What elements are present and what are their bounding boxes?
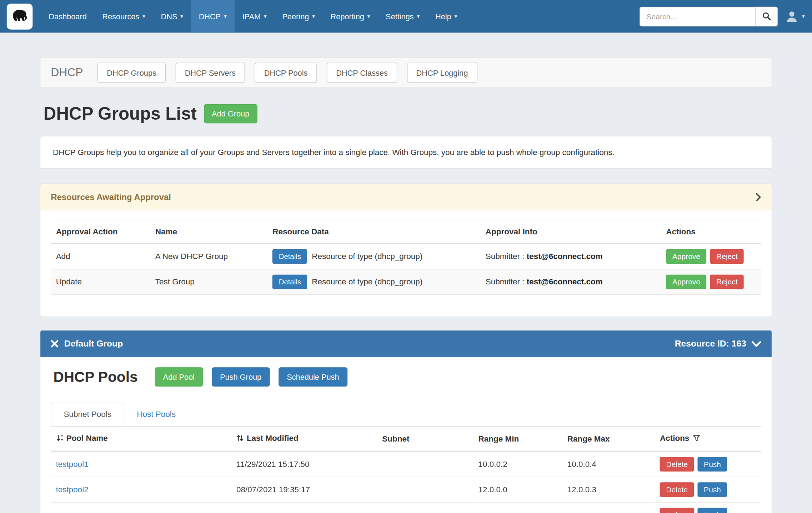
push-group-button[interactable]: Push Group [212, 367, 270, 387]
default-group-panel: Default Group Resource ID: 163 DHCP Pool… [40, 330, 772, 513]
subnav-button-dhcp-logging[interactable]: DHCP Logging [407, 63, 477, 83]
approval-action-cell: Update [51, 269, 150, 294]
main-nav: Dashboard Resources▾ DNS▾ DHCP▾ IPAM▾ Pe… [41, 0, 465, 33]
schedule-push-button[interactable]: Schedule Push [279, 367, 347, 387]
user-menu[interactable]: ▾ [785, 10, 805, 23]
approval-info-cell: Submitter : test@6connect.com [480, 244, 661, 269]
chevron-down-icon: ▾ [264, 13, 267, 20]
nav-label: IPAM [242, 12, 261, 21]
pools-tabs: Subnet Pools Host Pools [51, 403, 761, 427]
chevron-down-icon: ▾ [180, 13, 183, 20]
subnav-section-label: DHCP [51, 66, 83, 79]
push-button[interactable]: Push [698, 482, 727, 497]
nav-label: DNS [161, 12, 177, 21]
chevron-down-icon: ▾ [142, 13, 145, 20]
group-panel-header: Default Group Resource ID: 163 [40, 330, 772, 357]
approval-info-cell: Submitter : test@6connect.com [480, 269, 661, 294]
delete-button[interactable]: Delete [660, 508, 694, 513]
pools-table: Pool Name Last [51, 427, 761, 513]
page-root: Dashboard Resources▾ DNS▾ DHCP▾ IPAM▾ Pe… [0, 0, 812, 513]
nav-item-dns[interactable]: DNS▾ [153, 0, 191, 33]
table-row: Add A New DHCP Group DetailsResource of … [51, 244, 761, 269]
col-header-approval-action: Approval Action [51, 220, 150, 244]
nav-item-dhcp[interactable]: DHCP▾ [191, 0, 235, 33]
tab-subnet-pools[interactable]: Subnet Pools [51, 403, 124, 427]
subnav-button-dhcp-pools[interactable]: DHCP Pools [255, 63, 317, 83]
add-pool-button[interactable]: Add Pool [155, 367, 203, 387]
pool-name-link[interactable]: testpool2 [56, 485, 89, 494]
chevron-down-icon: ▾ [224, 13, 227, 20]
push-button[interactable]: Push [698, 508, 727, 513]
search-input[interactable] [640, 6, 755, 26]
col-header-range-max[interactable]: Range Max [562, 427, 655, 451]
delete-button[interactable]: Delete [660, 457, 694, 472]
chevron-down-icon: ▾ [312, 13, 315, 20]
col-header-range-min[interactable]: Range Min [473, 427, 562, 451]
subnet-cell [377, 502, 473, 513]
details-button[interactable]: Details [272, 249, 307, 264]
delete-button[interactable]: Delete [660, 482, 694, 497]
chevron-down-icon: ▾ [417, 13, 420, 20]
approvals-table: Approval Action Name Resource Data Appro… [51, 220, 761, 295]
mammoth-logo-icon [7, 3, 33, 29]
resource-data-cell: DetailsResource of type (dhcp_group) [267, 244, 480, 269]
approve-button[interactable]: Approve [666, 249, 706, 264]
subnav-button-dhcp-classes[interactable]: DHCP Classes [327, 63, 397, 83]
col-label: Range Min [478, 434, 519, 443]
col-header-resource-data: Resource Data [267, 220, 480, 244]
pool-actions-cell: DeletePush [655, 502, 761, 513]
reject-button[interactable]: Reject [710, 275, 744, 289]
subnav-button-dhcp-servers[interactable]: DHCP Servers [176, 63, 245, 83]
subnet-cell [377, 451, 473, 477]
chevron-down-icon: ▾ [367, 13, 370, 20]
nav-item-resources[interactable]: Resources▾ [95, 0, 153, 33]
app-logo[interactable] [0, 0, 41, 33]
range-max-cell: 10.0.0.4 [562, 451, 655, 477]
tab-host-pools[interactable]: Host Pools [124, 403, 188, 426]
nav-label: Peering [282, 12, 309, 21]
approve-button[interactable]: Approve [666, 275, 706, 289]
col-header-pool-actions[interactable]: Actions [655, 427, 761, 451]
page-title: DHCP Groups List [44, 104, 197, 124]
col-header-pool-name[interactable]: Pool Name [51, 427, 231, 451]
nav-item-settings[interactable]: Settings▾ [378, 0, 427, 33]
col-label: Range Max [567, 434, 610, 443]
details-button[interactable]: Details [272, 275, 307, 289]
resource-id-label: Resource ID: 163 [675, 339, 746, 349]
approvals-panel: Resources Awaiting Approval Approval Act… [40, 183, 772, 317]
group-title: Default Group [64, 339, 123, 349]
sort-updown-icon [236, 434, 244, 444]
pool-name-link[interactable]: testpool1 [56, 459, 89, 468]
range-max-cell: 12.0.0.3 [562, 477, 655, 502]
col-header-subnet[interactable]: Subnet [377, 427, 473, 451]
chevron-down-icon[interactable] [751, 341, 761, 347]
table-row: Update Test Group DetailsResource of typ… [51, 269, 761, 294]
nav-item-dashboard[interactable]: Dashboard [41, 0, 95, 33]
push-button[interactable]: Push [698, 457, 727, 472]
approval-actions-cell: ApproveReject [661, 244, 761, 269]
nav-item-ipam[interactable]: IPAM▾ [235, 0, 275, 33]
close-icon[interactable] [51, 340, 59, 348]
approvals-panel-header: Resources Awaiting Approval [40, 184, 772, 210]
nav-item-reporting[interactable]: Reporting▾ [323, 0, 378, 33]
range-min-cell [473, 502, 562, 513]
dhcp-groups-description: DHCP Groups help you to organize all of … [40, 136, 772, 169]
reject-button[interactable]: Reject [710, 249, 744, 264]
col-label: Last Modified [247, 434, 299, 443]
approval-actions-cell: ApproveReject [661, 269, 761, 294]
subnav-button-dhcp-groups[interactable]: DHCP Groups [97, 63, 166, 83]
chevron-down-icon: ▾ [802, 13, 805, 20]
search-button[interactable] [755, 6, 778, 26]
col-header-name: Name [150, 220, 267, 244]
range-min-cell: 12.0.0.0 [473, 477, 562, 502]
last-modified-cell [231, 502, 377, 513]
resource-data-text: Resource of type (dhcp_group) [312, 252, 422, 261]
col-header-last-modified[interactable]: Last Modified [231, 427, 377, 451]
chevron-right-icon[interactable] [756, 193, 761, 201]
filter-icon[interactable] [693, 435, 700, 444]
col-header-approval-info: Approval Info [480, 220, 661, 244]
add-group-button[interactable]: Add Group [204, 104, 257, 124]
nav-item-help[interactable]: Help▾ [427, 0, 465, 33]
nav-item-peering[interactable]: Peering▾ [275, 0, 323, 33]
user-icon [785, 10, 799, 23]
